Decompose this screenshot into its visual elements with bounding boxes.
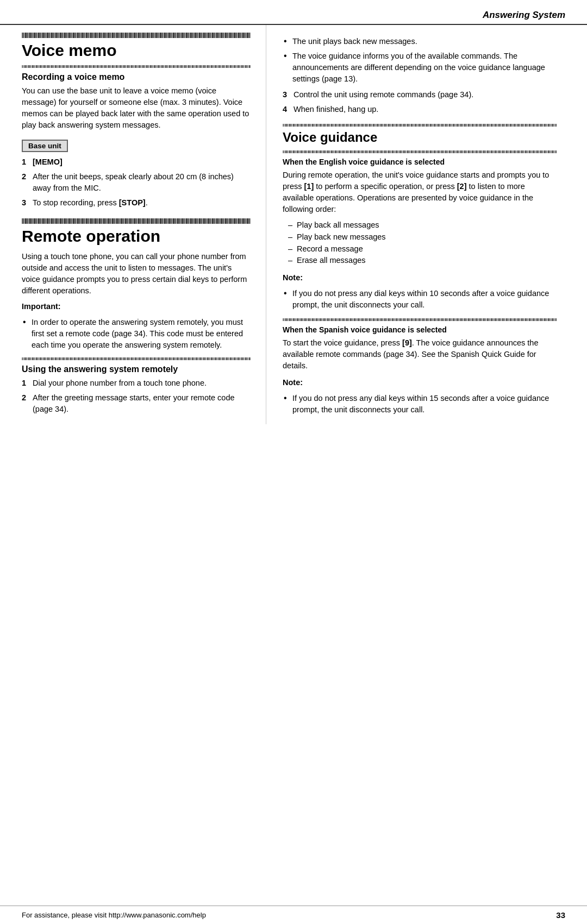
content-area: Voice memo Recording a voice memo You ca… xyxy=(0,25,587,457)
voice-guidance-title: Voice guidance xyxy=(283,130,557,145)
using-title: Using the answering system remotely xyxy=(22,364,251,374)
thick-bar-1 xyxy=(22,33,251,38)
step-2: 2 After the unit beeps, speak clearly ab… xyxy=(22,171,251,194)
important-label: Important: xyxy=(22,301,251,312)
recording-title: Recording a voice memo xyxy=(22,72,251,82)
using-steps: 1 Dial your phone number from a touch to… xyxy=(22,378,251,415)
voice-memo-title: Voice memo xyxy=(22,41,251,60)
using-step-2-text: After the greeting message starts, enter… xyxy=(33,393,235,413)
english-thin-bar xyxy=(283,150,557,153)
dash-list: Play back all messages Play back new mes… xyxy=(288,219,557,267)
step-3-text: To stop recording, press [STOP]. xyxy=(33,198,148,207)
left-column: Voice memo Recording a voice memo You ca… xyxy=(0,25,266,424)
spanish-thin-bar xyxy=(283,318,557,321)
note2-bullets: If you do not press any dial keys within… xyxy=(283,393,557,416)
page-container: Answering System Voice memo Recording a … xyxy=(0,0,587,924)
right-step-4: 4 When finished, hang up. xyxy=(283,104,557,115)
voice-guidance-thin-bar xyxy=(283,124,557,127)
dash-item-4: Erase all messages xyxy=(288,255,557,267)
spanish-guidance-body: To start the voice guidance, press [9]. … xyxy=(283,337,557,372)
right-bullets-top: The unit plays back new messages. The vo… xyxy=(283,36,557,85)
spanish-guidance-title: When the Spanish voice guidance is selec… xyxy=(283,325,557,334)
right-steps: 3 Control the unit using remote commands… xyxy=(283,89,557,115)
recording-body: You can use the base unit to leave a voi… xyxy=(22,85,251,131)
note1-bullet-1: If you do not press any dial keys within… xyxy=(283,288,557,311)
dash-item-3: Record a message xyxy=(288,243,557,255)
remote-operation-title: Remote operation xyxy=(22,227,251,246)
right-bullet-1: The unit plays back new messages. xyxy=(283,36,557,47)
right-step-4-text: When finished, hang up. xyxy=(294,105,378,114)
step-1-text: [MEMO] xyxy=(33,158,63,166)
note2-bullet-1: If you do not press any dial keys within… xyxy=(283,393,557,416)
step-3: 3 To stop recording, press [STOP]. xyxy=(22,197,251,209)
note2-label: Note: xyxy=(283,377,557,388)
footer-help-text: For assistance, please visit http://www.… xyxy=(22,911,206,919)
voice-memo-steps: 1 [MEMO] 2 After the unit beeps, speak c… xyxy=(22,156,251,209)
thick-bar-2 xyxy=(22,218,251,224)
base-unit-badge: Base unit xyxy=(22,135,251,156)
english-guidance-body: During remote operation, the unit's voic… xyxy=(283,169,557,215)
using-step-1: 1 Dial your phone number from a touch to… xyxy=(22,378,251,389)
step-1: 1 [MEMO] xyxy=(22,156,251,168)
note1-bullets: If you do not press any dial keys within… xyxy=(283,288,557,311)
page-header: Answering System xyxy=(0,0,587,25)
header-title: Answering System xyxy=(483,10,565,20)
english-guidance-title: When the English voice guidance is selec… xyxy=(283,158,557,166)
right-bullet-2: The voice guidance informs you of the av… xyxy=(283,51,557,85)
note1-label: Note: xyxy=(283,272,557,284)
using-step-2: 2 After the greeting message starts, ent… xyxy=(22,392,251,415)
thin-bar-2 xyxy=(22,357,251,360)
step-2-text: After the unit beeps, speak clearly abou… xyxy=(33,172,234,192)
right-step-3: 3 Control the unit using remote commands… xyxy=(283,89,557,100)
important-bullets: In order to operate the answering system… xyxy=(22,317,251,351)
page-footer: For assistance, please visit http://www.… xyxy=(0,906,587,924)
right-step-3-text: Control the unit using remote commands (… xyxy=(294,90,473,99)
dash-item-1: Play back all messages xyxy=(288,219,557,231)
right-column: The unit plays back new messages. The vo… xyxy=(266,25,576,424)
remote-body: Using a touch tone phone, you can call y… xyxy=(22,251,251,297)
thin-bar-1 xyxy=(22,65,251,68)
dash-item-2: Play back new messages xyxy=(288,231,557,243)
important-bullet-1: In order to operate the answering system… xyxy=(22,317,251,351)
footer-page-number: 33 xyxy=(556,910,565,920)
using-step-1-text: Dial your phone number from a touch tone… xyxy=(33,379,207,387)
